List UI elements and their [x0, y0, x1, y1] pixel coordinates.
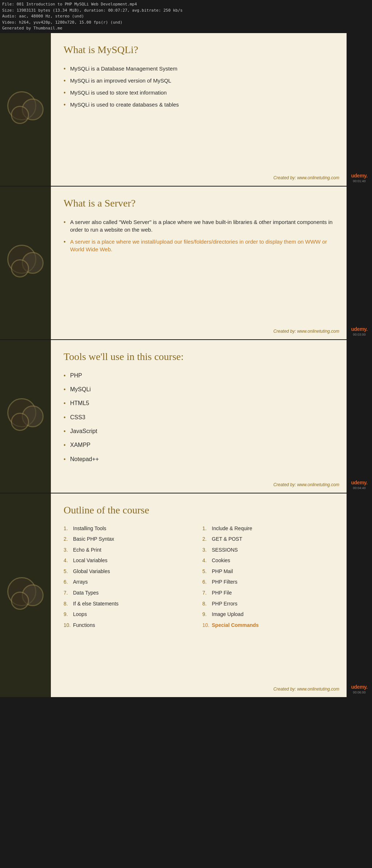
slide-1-created-by: Created by: www.onlinetuting.com — [274, 175, 339, 180]
list-item: 10.Functions — [64, 622, 195, 629]
slide-3-created-by: Created by: www.onlinetuting.com — [274, 482, 339, 487]
slide-4-content: Outline of the course 1.Installing Tools… — [51, 493, 347, 697]
bullet-item: MySQLi is a Database Management System — [64, 65, 334, 72]
list-item: 5.PHP Mail — [202, 568, 334, 575]
list-item: 4.Cookies — [202, 557, 334, 564]
bullet-item: PHP — [64, 372, 334, 380]
list-item: 9.Image Upload — [202, 611, 334, 618]
slide-1: What is MySQLi? MySQLi is a Database Man… — [0, 33, 372, 186]
slide-3-left-panel — [0, 340, 51, 493]
slide-4-udemy-badge: udemy. 00:06:00 — [347, 493, 372, 697]
slide-4-created-by: Created by: www.onlinetuting.com — [274, 687, 339, 692]
list-item: 5.Global Variables — [64, 568, 195, 575]
bullet-item: Notepad++ — [64, 455, 334, 463]
outline-list-2: 1.Include & Require 2.GET & POST 3.SESSI… — [202, 525, 334, 629]
slide-2: What is a Server? A server also called "… — [0, 187, 372, 339]
circle-3 — [11, 106, 29, 124]
slide-3-title: Tools we'll use in this course: — [64, 351, 334, 363]
slide-2-content: What is a Server? A server also called "… — [51, 187, 347, 339]
file-info-line2: Size: 13983131 bytes (13.34 MiB), durati… — [2, 8, 370, 14]
slide-3-udemy-badge: udemy. 00:04:40 — [347, 340, 372, 493]
file-info-line5: Generated by Thumbnail.me — [2, 25, 370, 32]
list-item: 7.PHP File — [202, 589, 334, 597]
file-info-line4: Video: h264, yuv420p, 1280x720, 15.00 fp… — [2, 20, 370, 26]
bullet-item: MySQLi is used to create databases & tab… — [64, 101, 334, 108]
circle-3 — [11, 413, 29, 431]
file-info-line1: File: 001 Introduction to PHP MySQLi Web… — [2, 1, 370, 8]
bullet-item: MySQLi — [64, 385, 334, 393]
file-info-line3: Audio: aac, 48000 Hz, stereo (und) — [2, 13, 370, 20]
slide-1-content: What is MySQLi? MySQLi is a Database Man… — [51, 33, 347, 186]
list-item-orange: 10.Special Commands — [202, 622, 334, 629]
udemy-logo-4: udemy. — [351, 684, 368, 690]
bullet-item: CSS3 — [64, 413, 334, 421]
list-item: 7.Data Types — [64, 589, 195, 597]
list-item: 4.Local Variables — [64, 557, 195, 564]
udemy-logo-2: udemy. — [351, 326, 368, 332]
slide-2-bullets: A server also called "Web Server" is a p… — [64, 218, 334, 253]
slide-1-timestamp: 00:01:40 — [353, 179, 365, 183]
bullet-item: HTML5 — [64, 399, 334, 407]
list-item: 3.SESSIONS — [202, 547, 334, 554]
list-item: 2.Basic PHP Syntax — [64, 536, 195, 543]
list-item: 6.Arrays — [64, 579, 195, 586]
list-item: 1.Include & Require — [202, 525, 334, 532]
outline-col-1: 1.Installing Tools 2.Basic PHP Syntax 3.… — [64, 525, 195, 633]
bullet-item-orange: A server is a place where we install/upl… — [64, 238, 334, 253]
list-item: 2.GET & POST — [202, 536, 334, 543]
bullet-item: JavaScript — [64, 427, 334, 435]
outline-col-2: 1.Include & Require 2.GET & POST 3.SESSI… — [202, 525, 334, 633]
slide-1-bullets: MySQLi is a Database Management System M… — [64, 65, 334, 108]
decoration-circles-2 — [4, 241, 47, 285]
decoration-circles-4 — [4, 573, 47, 617]
slide-3-content: Tools we'll use in this course: PHP MySQ… — [51, 340, 347, 493]
bullet-item: XAMPP — [64, 441, 334, 449]
slide-3-bullets: PHP MySQLi HTML5 CSS3 JavaScript XAMPP N… — [64, 372, 334, 464]
slide-1-title: What is MySQLi? — [64, 44, 334, 56]
slide-4-left-panel — [0, 493, 51, 697]
slide-2-left-panel — [0, 187, 51, 339]
list-item: 1.Installing Tools — [64, 525, 195, 532]
udemy-logo-3: udemy. — [351, 480, 368, 485]
slide-3-timestamp: 00:04:40 — [353, 486, 365, 490]
list-item: 9.Loops — [64, 611, 195, 618]
udemy-logo: udemy. — [351, 173, 368, 179]
list-item: 8.PHP Errors — [202, 600, 334, 608]
slide-4: Outline of the course 1.Installing Tools… — [0, 493, 372, 697]
bullet-item: MySQLi is an improved version of MySQL — [64, 77, 334, 84]
circle-3 — [11, 592, 29, 610]
list-item: 6.PHP Filters — [202, 579, 334, 586]
decoration-circles — [4, 88, 47, 131]
slide-1-left-panel — [0, 33, 51, 186]
slide-2-timestamp: 00:03:00 — [353, 333, 365, 336]
decoration-circles-3 — [4, 395, 47, 438]
slide-4-title: Outline of the course — [64, 504, 334, 516]
slide-3: Tools we'll use in this course: PHP MySQ… — [0, 340, 372, 493]
list-item: 8.If & else Statements — [64, 600, 195, 608]
circle-3 — [11, 259, 29, 277]
slide-2-created-by: Created by: www.onlinetuting.com — [274, 329, 339, 334]
outline-columns: 1.Installing Tools 2.Basic PHP Syntax 3.… — [64, 525, 334, 633]
list-item: 3.Echo & Print — [64, 547, 195, 554]
bullet-item: MySQLi is used to store text information — [64, 89, 334, 96]
bullet-item: A server also called "Web Server" is a p… — [64, 218, 334, 233]
file-info-bar: File: 001 Introduction to PHP MySQLi Web… — [0, 0, 372, 33]
slide-1-udemy-badge: udemy. 00:01:40 — [347, 33, 372, 186]
slide-4-timestamp: 00:06:00 — [353, 691, 365, 694]
slide-2-udemy-badge: udemy. 00:03:00 — [347, 187, 372, 339]
outline-list-1: 1.Installing Tools 2.Basic PHP Syntax 3.… — [64, 525, 195, 629]
slide-2-title: What is a Server? — [64, 197, 334, 209]
